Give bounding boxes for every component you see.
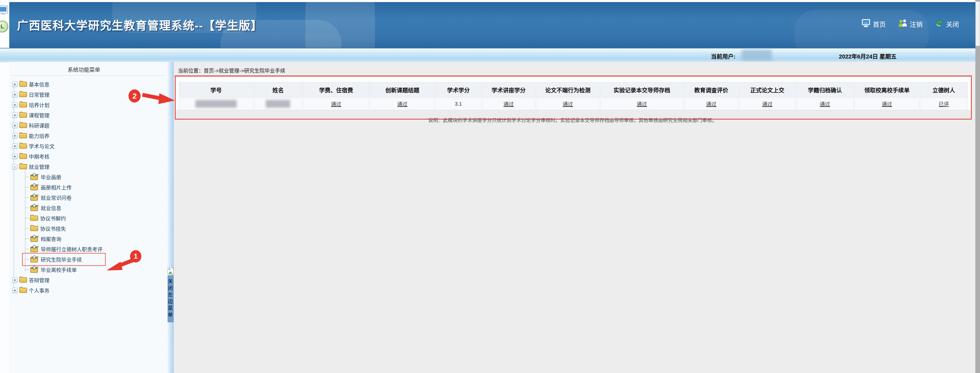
expand-node-icon[interactable]: + [12,277,18,283]
sidebar-item-档案查询[interactable]: 档案查询 [9,234,61,244]
table-row: 通过通过3.1通过通过通过通过通过通过通过已评 [179,98,968,110]
table-cell: 已评 [920,98,968,110]
sidebar-item-培养计划[interactable]: +培养计划 [9,100,49,110]
sidebar-item-label[interactable]: 画册相片上传 [41,184,72,191]
sidebar-item-label[interactable]: 能力培养 [29,132,49,140]
graduation-procedures-table: 学号姓名学费、住宿费创新课题结题学术学分学术讲座学分论文不端行为检测实验记录本交… [178,82,968,110]
expand-node-icon[interactable]: + [12,154,18,159]
column-header: 学籍归档确认 [796,82,854,97]
sidebar-item-日常管理[interactable]: +日常管理 [9,89,49,100]
sidebar-item-label[interactable]: 就业信息 [41,204,61,212]
scrollbar-thumb[interactable] [975,2,980,46]
sidebar-item-就业常识问卷[interactable]: 就业常识问卷 [9,193,72,203]
collapse-left-menu-tab[interactable]: 关闭左边菜单 [168,268,173,322]
folder-icon [19,142,27,150]
expand-node-icon[interactable]: + [12,82,18,87]
table-cell [179,98,253,110]
sidebar-item-label[interactable]: 就业管理 [29,163,49,171]
breadcrumb: 当前位置：首页->就业管理->研究生院毕业手续 [178,67,285,74]
tree-connector [25,249,29,249]
sidebar-item-label[interactable]: 日常管理 [29,91,49,99]
header-gloss-shape [795,10,929,48]
logout-users-icon [898,19,907,29]
docked-monitor-icon[interactable] [0,5,8,16]
sidebar-item-能力培养[interactable]: +能力培养 [9,131,49,141]
sidebar-item-label[interactable]: 基本信息 [29,81,49,88]
sidebar-item-label[interactable]: 课程管理 [29,112,49,119]
collapse-left-menu-label[interactable]: 关闭左边菜单 [168,275,173,322]
expand-node-icon[interactable]: + [12,288,18,293]
expand-node-icon[interactable]: + [12,133,18,139]
expand-node-icon[interactable]: + [12,143,18,149]
sidebar-title: 系统功能菜单 [9,65,159,73]
header-link-close[interactable]: 关闭 [935,19,959,29]
sidebar-item-label[interactable]: 中期考核 [29,153,49,160]
sidebar-item-答辩管理[interactable]: +答辩管理 [9,275,49,285]
status-value[interactable]: 通过 [331,102,341,107]
column-header: 正式论文上交 [739,82,795,97]
sidebar-item-就业管理[interactable]: -就业管理 [9,161,49,172]
annotation-step-1-arrow [106,257,138,273]
sidebar-item-协议书挂失[interactable]: 协议书挂失 [9,223,66,234]
sidebar-item-中期考核[interactable]: +中期考核 [9,151,49,161]
status-value[interactable]: 通过 [881,102,892,107]
expand-node-icon[interactable]: + [12,102,18,108]
main-content: 当前位置：首页->就业管理->研究生院毕业手续 学号姓名学费、住宿费创新课题结题… [174,62,975,373]
sidebar-item-课程管理[interactable]: +课程管理 [9,110,49,120]
sidebar-item-label[interactable]: 个人事务 [29,287,49,294]
sidebar-item-label[interactable]: 导师履行立德树人职责考评 [41,245,102,253]
sidebar-item-label[interactable]: 学术与论文 [29,142,54,150]
user-bar: 当前用户: 2022年6月24日 星期五 [0,48,975,62]
sidebar-item-label[interactable]: 科研课题 [29,122,49,129]
redacted-value [266,100,290,108]
vertical-scrollbar[interactable] [975,0,980,373]
table-cell: 通过 [739,98,795,110]
status-value[interactable]: 通过 [820,102,830,107]
status-value[interactable]: 通过 [503,102,514,107]
sidebar-item-label[interactable]: 毕业画册 [41,173,61,181]
header-link-logout[interactable]: 注销 [898,19,923,29]
sidebar-item-个人事务[interactable]: +个人事务 [9,285,49,295]
status-value[interactable]: 已评 [939,102,949,107]
home-monitor-icon [862,19,870,29]
header-link-home[interactable]: 首页 [862,19,886,29]
sidebar-item-label[interactable]: 档案查询 [41,235,61,243]
app-header: 广西医科大学研究生教育管理系统--【学生版】 首页注销关闭 [9,2,975,48]
sidebar-item-画册相片上传[interactable]: 画册相片上传 [9,182,72,193]
tree-connector [25,218,29,218]
status-value[interactable]: 通过 [563,102,573,107]
docked-clock-icon[interactable]: L [0,21,8,32]
sidebar-item-就业信息[interactable]: 就业信息 [9,203,61,213]
status-value[interactable]: 通过 [706,102,716,107]
sidebar-item-导师履行立德树人职责考评[interactable]: 导师履行立德树人职责考评 [9,244,102,254]
sidebar-item-label[interactable]: 培养计划 [29,101,49,109]
sidebar-item-label[interactable]: 协议书解约 [40,215,66,222]
close-arrow-icon [935,19,944,29]
expand-node-icon[interactable]: + [12,123,18,128]
folder-icon [19,153,27,160]
status-value[interactable]: 通过 [762,102,772,107]
header-link-label: 关闭 [946,19,959,29]
sidebar-item-毕业离校手续单[interactable]: 毕业离校手续单 [9,265,77,275]
status-value[interactable]: 通过 [637,102,647,107]
column-header: 学号 [179,82,253,97]
sidebar-item-科研课题[interactable]: +科研课题 [9,120,49,131]
folder-icon [19,111,27,119]
folder-icon [19,276,27,284]
sidebar-item-label[interactable]: 就业常识问卷 [41,194,72,201]
sidebar-item-基本信息[interactable]: +基本信息 [9,79,49,89]
sidebar-item-label[interactable]: 答辩管理 [29,276,49,284]
expand-node-icon[interactable]: + [12,113,18,118]
sidebar-item-协议书解约[interactable]: 协议书解约 [9,213,66,223]
sidebar-item-label[interactable]: 毕业离校手续单 [41,266,77,274]
status-value[interactable]: 通过 [397,102,407,107]
collapse-node-icon[interactable]: - [12,164,18,169]
status-value: 3.1 [455,101,462,107]
sidebar-item-毕业画册[interactable]: 毕业画册 [9,172,61,182]
sidebar-item-学术与论文[interactable]: +学术与论文 [9,141,54,151]
column-header: 学术学分 [436,82,482,97]
expand-node-icon[interactable]: + [12,92,18,97]
sidebar-item-label[interactable]: 协议书挂失 [40,225,66,232]
current-user-label: 当前用户: [711,52,735,60]
folder-icon [19,91,27,99]
